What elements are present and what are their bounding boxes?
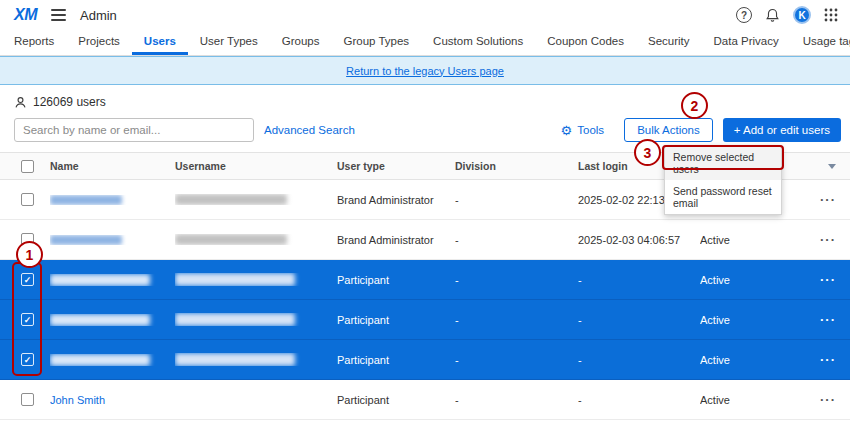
help-icon[interactable]: ? <box>736 7 752 23</box>
status-cell: Active <box>700 234 812 246</box>
status-cell: Active <box>700 354 812 366</box>
table-row-selected[interactable]: ✓ Participant - - Active ··· <box>0 340 850 380</box>
tab-group-types[interactable]: Group Types <box>331 30 421 55</box>
advanced-search-link[interactable]: Advanced Search <box>264 124 355 136</box>
division-cell: - <box>455 354 578 366</box>
redacted-username <box>175 194 287 205</box>
table-row-selected[interactable]: ✓ Participant - - Active ··· <box>0 260 850 300</box>
user-type-cell: Brand Administrator <box>337 234 455 246</box>
status-cell: Active <box>700 274 812 286</box>
tab-user-types[interactable]: User Types <box>188 30 270 55</box>
division-cell: - <box>455 194 578 206</box>
tab-projects[interactable]: Projects <box>66 30 132 55</box>
row-actions-icon[interactable]: ··· <box>820 312 836 327</box>
division-cell: - <box>455 234 578 246</box>
table-row[interactable]: Brand Administrator - 2025-02-03 04:06:5… <box>0 220 850 260</box>
bulk-actions-button[interactable]: Bulk Actions <box>624 118 713 142</box>
last-login-cell: - <box>578 314 700 326</box>
tools-button[interactable]: ⚙ Tools <box>561 124 605 137</box>
last-login-cell: - <box>578 274 700 286</box>
notifications-bell-icon[interactable] <box>765 8 780 23</box>
division-cell: - <box>455 394 578 406</box>
annotation-step1-box <box>12 262 42 376</box>
annotation-step3-box <box>662 145 784 170</box>
apps-grid-icon[interactable] <box>824 8 838 22</box>
redacted-name <box>50 235 122 245</box>
tab-security[interactable]: Security <box>636 30 702 55</box>
redacted-name <box>50 195 122 205</box>
tab-groups[interactable]: Groups <box>270 30 332 55</box>
division-cell: - <box>455 314 578 326</box>
tab-reports[interactable]: Reports <box>14 30 66 55</box>
tools-label: Tools <box>577 124 604 136</box>
gear-icon: ⚙ <box>561 124 573 137</box>
user-type-cell: Participant <box>337 394 455 406</box>
redacted-username <box>175 353 295 366</box>
status-cell: Active <box>700 314 812 326</box>
xm-logo: XM <box>14 6 37 24</box>
redacted-name <box>50 354 150 366</box>
last-login-cell: - <box>578 394 700 406</box>
user-type-cell: Brand Administrator <box>337 194 455 206</box>
row-checkbox[interactable] <box>21 393 34 406</box>
redacted-name <box>50 314 150 326</box>
header-division[interactable]: Division <box>455 160 578 172</box>
header-user-type[interactable]: User type <box>337 160 455 172</box>
row-checkbox[interactable] <box>21 193 34 206</box>
menu-item-send-password-reset[interactable]: Send password reset email <box>665 180 781 214</box>
status-cell: Active <box>700 394 812 406</box>
person-icon <box>14 96 27 109</box>
redacted-username <box>175 234 287 245</box>
table-row-selected[interactable]: ✓ Participant - - Active ··· <box>0 300 850 340</box>
user-type-cell: Participant <box>337 354 455 366</box>
tab-coupon-codes[interactable]: Coupon Codes <box>535 30 636 55</box>
admin-users-page: XM Admin ? K Reports Projects Users User… <box>0 0 850 424</box>
row-actions-icon[interactable]: ··· <box>820 232 836 247</box>
tab-data-privacy[interactable]: Data Privacy <box>702 30 791 55</box>
page-title: Admin <box>80 8 117 23</box>
annotation-step2-circle: 2 <box>681 92 708 119</box>
select-all-checkbox[interactable] <box>21 160 34 173</box>
tab-users[interactable]: Users <box>132 30 188 55</box>
admin-nav-tabs: Reports Projects Users User Types Groups… <box>0 30 850 56</box>
search-input[interactable] <box>14 118 254 142</box>
user-type-cell: Participant <box>337 314 455 326</box>
last-login-cell: 2025-02-03 04:06:57 <box>578 234 700 246</box>
redacted-name <box>50 274 150 286</box>
legacy-users-link[interactable]: Return to the legacy Users page <box>346 65 504 77</box>
users-toolbar: Advanced Search ⚙ Tools Bulk Actions + A… <box>0 117 850 143</box>
user-name-link[interactable]: John Smith <box>50 394 105 406</box>
add-or-edit-users-button[interactable]: + Add or edit users <box>723 118 841 142</box>
header-chevron-down-icon[interactable] <box>828 164 836 169</box>
table-row[interactable]: John Smith Participant - - Active ··· <box>0 380 850 420</box>
tab-custom-solutions[interactable]: Custom Solutions <box>421 30 535 55</box>
redacted-username <box>175 273 295 286</box>
redacted-username <box>175 313 295 326</box>
topbar: XM Admin ? K <box>0 0 850 30</box>
users-count-label: 126069 users <box>33 95 106 109</box>
row-actions-icon[interactable]: ··· <box>820 272 836 287</box>
tab-usage-tags[interactable]: Usage tags <box>791 30 850 55</box>
annotation-step1-circle: 1 <box>16 241 43 268</box>
division-cell: - <box>455 274 578 286</box>
hamburger-menu-icon[interactable] <box>51 6 66 24</box>
legacy-banner: Return to the legacy Users page <box>0 56 850 85</box>
header-username[interactable]: Username <box>175 160 337 172</box>
user-type-cell: Participant <box>337 274 455 286</box>
users-count-row: 126069 users <box>14 95 106 109</box>
row-actions-icon[interactable]: ··· <box>820 192 836 207</box>
last-login-cell: - <box>578 354 700 366</box>
user-avatar[interactable]: K <box>793 6 811 24</box>
row-actions-icon[interactable]: ··· <box>820 392 836 407</box>
row-actions-icon[interactable]: ··· <box>820 352 836 367</box>
header-name[interactable]: Name <box>50 160 175 172</box>
annotation-step3-circle: 3 <box>634 139 661 166</box>
